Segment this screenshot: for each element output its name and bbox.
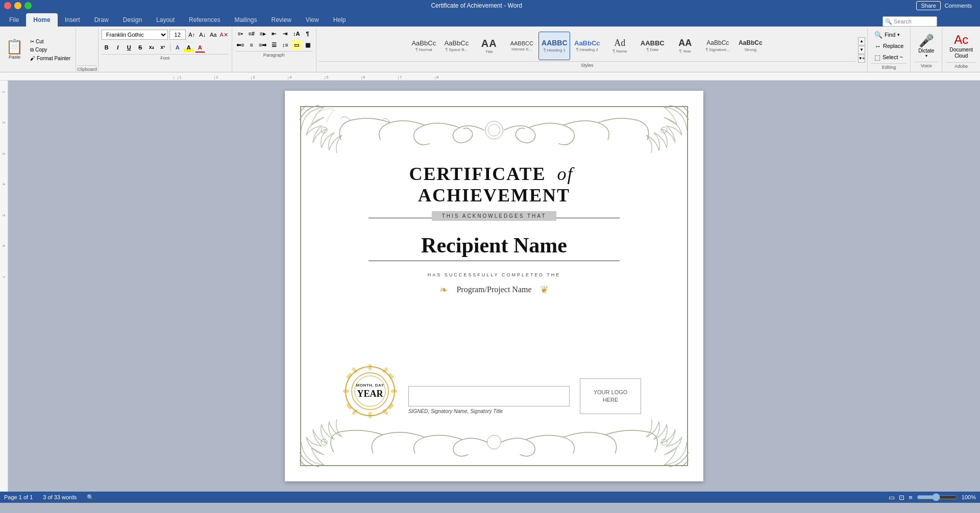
search-box[interactable]: 🔍 Search xyxy=(883,16,937,27)
web-layout-button[interactable]: ⊡ xyxy=(899,494,904,501)
format-painter-button[interactable]: 🖌 Format Painter xyxy=(28,55,72,62)
close-btn[interactable] xyxy=(4,2,11,9)
tab-review[interactable]: Review xyxy=(264,13,299,27)
style-space-b[interactable]: AaBbCc ¶ Space B... xyxy=(440,32,472,60)
styles-expand[interactable]: ▼≡ xyxy=(858,55,865,63)
document-area[interactable]: CERTIFICATE of ACHIEVEMENT THIS ACKNOWLE… xyxy=(8,81,980,492)
style-strong-label: Strong xyxy=(745,47,757,52)
cut-button[interactable]: ✂ Cut xyxy=(28,38,72,45)
tab-draw[interactable]: Draw xyxy=(87,13,116,27)
align-left-button[interactable]: ⬅≡ xyxy=(235,40,246,50)
vertical-ruler: 1 2 3 4 5 6 7 xyxy=(0,81,8,492)
tab-insert[interactable]: Insert xyxy=(58,13,87,27)
tab-home[interactable]: Home xyxy=(26,13,57,27)
cert-program-row: ❧ Program/Project Name ❦ xyxy=(439,284,548,296)
style-name[interactable]: Ad ¶ Name xyxy=(604,32,635,60)
style-year[interactable]: AA ¶ Year xyxy=(669,32,701,60)
font-name-select[interactable]: Franklin Gothic xyxy=(102,30,168,40)
cert-seal: MONTH, DAY YEAR xyxy=(342,363,398,419)
align-center-button[interactable]: ≡ xyxy=(247,40,257,50)
font-color-button[interactable]: A xyxy=(195,42,205,53)
cert-program-name[interactable]: Program/Project Name xyxy=(456,285,531,294)
numbering-button[interactable]: ≡# xyxy=(247,29,257,39)
print-layout-button[interactable]: ▭ xyxy=(889,494,895,501)
share-button[interactable]: Share xyxy=(916,1,940,10)
dictate-button[interactable]: 🎤 Dictate ▾ xyxy=(915,31,938,61)
tab-references[interactable]: References xyxy=(182,13,227,27)
document-cloud-button[interactable]: Ac DocumentCloud xyxy=(946,31,976,61)
strikethrough-button[interactable]: S xyxy=(135,42,145,53)
copy-button[interactable]: ⧉ Copy xyxy=(28,46,72,54)
search-placeholder: Search xyxy=(894,18,935,24)
borders-button[interactable]: ▦ xyxy=(303,40,313,50)
style-title-label: Title xyxy=(485,49,493,54)
proofing-icon: 🔍 xyxy=(87,494,94,501)
maximize-btn[interactable] xyxy=(24,2,32,9)
sort-button[interactable]: ↕A xyxy=(291,29,302,39)
tab-design[interactable]: Design xyxy=(116,13,149,27)
cert-recipient-name[interactable]: Recipient Name xyxy=(421,233,567,258)
style-strong[interactable]: AaBbCc Strong xyxy=(734,32,766,60)
shrink-font-button[interactable]: A↓ xyxy=(198,30,207,39)
tab-mailings[interactable]: Mailings xyxy=(227,13,264,27)
multilevel-button[interactable]: ≡▸ xyxy=(258,29,268,39)
font-group: Franklin Gothic A↑ A↓ Aa A✕ B I U S X₂ X… xyxy=(99,28,232,72)
decrease-indent-button[interactable]: ⇤ xyxy=(269,29,279,39)
style-heading1[interactable]: AABBC ¶ Heading 1 xyxy=(538,32,570,60)
cert-title-achievement: ACHIEVEMENT xyxy=(418,185,570,206)
increase-indent-button[interactable]: ⇥ xyxy=(280,29,290,39)
find-chevron: ▾ xyxy=(897,32,900,37)
line-spacing-button[interactable]: ↕≡ xyxy=(280,40,290,50)
align-right-button[interactable]: ≡➡ xyxy=(258,40,268,50)
read-mode-button[interactable]: ≡ xyxy=(909,494,913,501)
grow-font-button[interactable]: A↑ xyxy=(187,30,197,39)
tab-file[interactable]: File xyxy=(2,13,26,27)
paste-icon: 📋 xyxy=(6,40,23,54)
style-signature-style[interactable]: AaBbCc ¶ Signature... xyxy=(702,32,733,60)
change-case-button[interactable]: Aa xyxy=(209,30,218,39)
find-button[interactable]: 🔍 Find ▾ xyxy=(871,30,907,40)
select-button[interactable]: ⬚ Select ~ xyxy=(871,52,907,62)
paste-button[interactable]: 📋 Paste xyxy=(3,38,26,61)
voice-group: 🎤 Dictate ▾ Voice xyxy=(911,28,942,72)
style-strong-preview: AaBbCc xyxy=(739,40,763,46)
style-date[interactable]: AABBC ¶ Date xyxy=(636,32,668,60)
style-normal[interactable]: AaBbCc ¶ Normal xyxy=(408,32,439,60)
replace-button[interactable]: ↔ Replace xyxy=(871,41,907,51)
comments-button[interactable]: Comments xyxy=(941,2,976,10)
font-size-input[interactable] xyxy=(169,30,186,40)
document-page[interactable]: CERTIFICATE of ACHIEVEMENT THIS ACKNOWLE… xyxy=(285,91,703,481)
superscript-button[interactable]: X² xyxy=(158,42,168,53)
tab-help[interactable]: Help xyxy=(326,13,353,27)
tab-layout[interactable]: Layout xyxy=(149,13,182,27)
bold-button[interactable]: B xyxy=(102,42,112,53)
style-title[interactable]: AA Title xyxy=(473,32,505,60)
bullets-button[interactable]: ≡• xyxy=(235,29,246,39)
justify-button[interactable]: ☰ xyxy=(269,40,279,50)
svg-point-23 xyxy=(487,435,501,449)
certificate-title: CERTIFICATE of ACHIEVEMENT xyxy=(337,163,651,206)
minimize-btn[interactable] xyxy=(14,2,21,9)
zoom-slider[interactable] xyxy=(917,493,958,501)
word-count: 3 of 33 words xyxy=(43,494,77,500)
show-marks-button[interactable]: ¶ xyxy=(303,29,313,39)
paragraph-row2: ⬅≡ ≡ ≡➡ ☰ ↕≡ ▭ ▦ xyxy=(235,40,313,50)
text-effects-button[interactable]: A xyxy=(173,42,183,53)
italic-button[interactable]: I xyxy=(113,42,123,53)
search-icon: 🔍 xyxy=(885,18,892,25)
tab-view[interactable]: View xyxy=(299,13,326,27)
subscript-button[interactable]: X₂ xyxy=(146,42,157,53)
styles-scroll-up[interactable]: ▲ xyxy=(858,37,865,45)
underline-button[interactable]: U xyxy=(124,42,134,53)
cert-logo-box[interactable]: YOUR LOGO HERE xyxy=(580,378,641,414)
title-bar: Certificate of Achievement - Word Share … xyxy=(0,0,980,11)
text-highlight-button[interactable]: A xyxy=(184,42,194,53)
shading-button[interactable]: ▭ xyxy=(291,40,302,50)
style-normal-label: Normal xyxy=(419,47,432,52)
styles-scroll-down[interactable]: ▼ xyxy=(858,46,865,54)
editing-group: 🔍 Find ▾ ↔ Replace ⬚ Select ~ Editing xyxy=(868,28,911,72)
seal-svg: MONTH, DAY YEAR xyxy=(342,363,398,419)
clear-formatting-button[interactable]: A✕ xyxy=(219,30,229,39)
style-intense-e[interactable]: AABBCC Intense E... xyxy=(506,32,537,60)
style-heading2[interactable]: AaBbCc ¶ Heading 2 xyxy=(571,32,603,60)
